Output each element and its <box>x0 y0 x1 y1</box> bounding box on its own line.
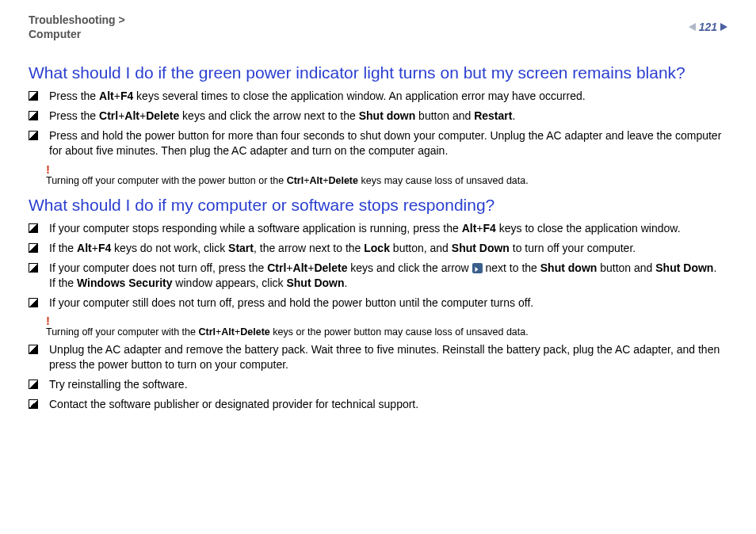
bullet-icon <box>29 380 38 389</box>
list-item: Unplug the AC adapter and remove the bat… <box>29 342 727 372</box>
section1-title: What should I do if the green power indi… <box>29 63 727 82</box>
list-item: Try reinstalling the software. <box>29 377 727 392</box>
section2-title: What should I do if my computer or softw… <box>29 196 727 215</box>
bullet-icon <box>29 399 38 409</box>
list-item: If your computer still does not turn off… <box>29 296 727 311</box>
bullet-icon <box>29 298 38 307</box>
breadcrumb: Troubleshooting > Computer <box>29 13 125 41</box>
list-item: Press and hold the power button for more… <box>29 128 727 158</box>
page-number-nav: 121 <box>689 21 727 33</box>
arrow-icon <box>472 263 483 273</box>
list-item: If your computer stops responding while … <box>29 221 727 236</box>
next-page-icon[interactable] <box>720 23 727 31</box>
breadcrumb-line2: Computer <box>29 28 81 40</box>
section1-list: Press the Alt+F4 keys several times to c… <box>29 89 727 158</box>
list-item: Press the Alt+F4 keys several times to c… <box>29 89 727 104</box>
page-header: Troubleshooting > Computer 121 <box>29 13 727 41</box>
list-item: Contact the software publisher or design… <box>29 397 727 412</box>
bullet-icon <box>29 131 38 140</box>
bullet-icon <box>29 243 38 253</box>
prev-page-icon[interactable] <box>689 23 696 31</box>
bullet-icon <box>29 345 38 354</box>
bullet-icon <box>29 111 38 120</box>
section1-warning: ! Turning off your computer with the pow… <box>46 163 727 186</box>
list-item: If the Alt+F4 keys do not work, click St… <box>29 241 727 256</box>
warning-icon: ! <box>46 315 727 326</box>
bullet-icon <box>29 263 38 273</box>
warning-icon: ! <box>46 163 727 175</box>
section2-list-a: If your computer stops responding while … <box>29 221 727 310</box>
breadcrumb-line1: Troubleshooting > <box>29 13 125 26</box>
list-item: Press the Ctrl+Alt+Delete keys and click… <box>29 109 727 124</box>
bullet-icon <box>29 91 38 101</box>
section2-warning: ! Turning off your computer with the Ctr… <box>46 315 727 338</box>
section2-list-b: Unplug the AC adapter and remove the bat… <box>29 342 727 412</box>
list-item: If your computer does not turn off, pres… <box>29 261 727 291</box>
page-number: 121 <box>699 21 717 33</box>
bullet-icon <box>29 223 38 233</box>
